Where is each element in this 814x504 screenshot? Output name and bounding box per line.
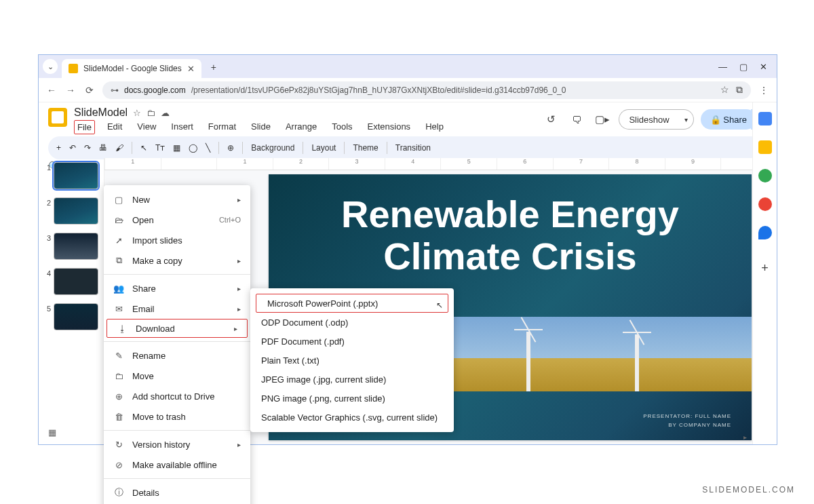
- theme-button[interactable]: Theme: [353, 143, 378, 153]
- shape-tool-icon[interactable]: ◯: [189, 143, 197, 153]
- menu-tools[interactable]: Tools: [329, 120, 355, 134]
- rename-icon: ✎: [113, 351, 124, 361]
- download-option[interactable]: Microsoft PowerPoint (.pptx): [256, 294, 448, 313]
- file-menu-move-to-trash[interactable]: 🗑Move to trash: [104, 406, 250, 427]
- layout-button[interactable]: Layout: [311, 143, 336, 153]
- maximize-button[interactable]: ▢: [739, 62, 748, 72]
- slide-thumb-2[interactable]: [54, 197, 98, 225]
- forward-button[interactable]: →: [64, 85, 77, 96]
- file-menu-version-history[interactable]: ↻Version history▸: [104, 434, 250, 454]
- menu-slide[interactable]: Slide: [248, 120, 273, 134]
- add-slide-button[interactable]: +: [56, 143, 61, 153]
- close-window-button[interactable]: ✕: [760, 62, 767, 72]
- transition-button[interactable]: Transition: [395, 143, 431, 153]
- download-option[interactable]: PNG image (.png, current slide): [250, 389, 454, 408]
- file-menu-move[interactable]: 🗀Move: [104, 366, 250, 386]
- browser-menu-button[interactable]: ⋮: [758, 85, 770, 96]
- comments-icon[interactable]: 🗨: [567, 110, 586, 129]
- favicon-icon: [69, 64, 78, 73]
- make-a-copy-icon: ⧉: [113, 255, 124, 266]
- menu-insert[interactable]: Insert: [168, 120, 196, 134]
- slide-thumb-3[interactable]: [54, 233, 98, 260]
- addons-button[interactable]: +: [761, 261, 769, 275]
- background-button[interactable]: Background: [251, 143, 294, 153]
- keep-icon[interactable]: [758, 140, 772, 154]
- bookmark-icon[interactable]: ☆: [720, 84, 729, 96]
- file-menu-new[interactable]: ▢New▸: [104, 189, 250, 210]
- slides-logo-icon[interactable]: [48, 108, 67, 127]
- menu-file[interactable]: File: [74, 120, 95, 134]
- close-tab-icon[interactable]: ✕: [187, 64, 195, 74]
- back-button[interactable]: ←: [45, 85, 58, 96]
- minimize-button[interactable]: —: [718, 62, 727, 72]
- submenu-arrow-icon: ▸: [237, 196, 241, 203]
- download-option[interactable]: JPEG image (.jpg, current slide): [250, 370, 454, 389]
- download-option[interactable]: PDF Document (.pdf): [250, 332, 454, 351]
- menu-help[interactable]: Help: [423, 120, 446, 134]
- cloud-status-icon[interactable]: ☁: [161, 108, 170, 118]
- file-menu-download[interactable]: ⭳Download▸: [106, 319, 248, 338]
- meet-icon[interactable]: ▢▸: [593, 110, 612, 129]
- address-bar[interactable]: ⊶ docs.google.com/presentation/d/1tsvUPG…: [102, 81, 751, 99]
- calendar-icon[interactable]: [758, 112, 772, 125]
- file-menu-make-a-copy[interactable]: ⧉Make a copy▸: [104, 250, 250, 271]
- contacts-icon[interactable]: [758, 197, 772, 211]
- move-to-trash-icon: 🗑: [113, 412, 124, 422]
- reload-button[interactable]: ⟳: [83, 85, 96, 96]
- scroll-right-icon[interactable]: ▸: [740, 433, 750, 440]
- history-icon[interactable]: ↺: [541, 110, 560, 129]
- site-info-icon[interactable]: ⊶: [111, 85, 119, 95]
- new-tab-button[interactable]: +: [206, 59, 222, 75]
- document-title[interactable]: SlideModel: [74, 106, 128, 119]
- tasks-icon[interactable]: [758, 169, 772, 182]
- slide-title-line2: Climate Crisis: [383, 235, 637, 277]
- slideshow-dropdown[interactable]: ▾: [679, 109, 694, 130]
- share-button[interactable]: 🔒 Share: [701, 109, 756, 130]
- file-menu-make-available-offline[interactable]: ⊘Make available offline: [104, 454, 250, 475]
- menu-extensions[interactable]: Extensions: [365, 120, 414, 134]
- star-icon[interactable]: ☆: [133, 108, 141, 118]
- image-tool-icon[interactable]: ▦: [173, 143, 180, 153]
- extensions-icon[interactable]: ⧉: [736, 84, 743, 96]
- submenu-arrow-icon: ▸: [237, 305, 241, 313]
- make-available-offline-icon: ⊘: [113, 460, 124, 470]
- menu-arrange[interactable]: Arrange: [283, 120, 319, 134]
- tab-search-button[interactable]: ⌄: [43, 59, 58, 74]
- file-menu-import-slides[interactable]: ➚Import slides: [104, 230, 250, 250]
- address-row: ← → ⟳ ⊶ docs.google.com/presentation/d/1…: [39, 78, 777, 102]
- file-menu-share[interactable]: 👥Share▸: [104, 278, 250, 298]
- slide-panel: 1 2 3 4 5: [39, 158, 104, 444]
- download-option[interactable]: Scalable Vector Graphics (.svg, current …: [250, 408, 454, 427]
- file-menu-details[interactable]: ⓘDetails: [104, 482, 250, 503]
- menu-edit[interactable]: Edit: [104, 120, 125, 134]
- file-menu-email[interactable]: ✉Email▸: [104, 298, 250, 319]
- cursor-tool-icon[interactable]: ↖: [140, 143, 147, 153]
- slide-thumb-4[interactable]: [54, 268, 98, 295]
- slide-thumb-5[interactable]: [54, 303, 98, 330]
- textbox-tool-icon[interactable]: Tᴛ: [155, 143, 165, 153]
- browser-tab[interactable]: SlideModel - Google Slides ✕: [62, 59, 201, 78]
- grid-view-icon[interactable]: ▦: [48, 427, 56, 438]
- maps-icon[interactable]: [758, 226, 772, 239]
- app-header: SlideModel ☆ 🗀 ☁ File Edit View Insert F…: [39, 102, 777, 134]
- slide-thumb-1[interactable]: [54, 162, 98, 189]
- download-option[interactable]: ODP Document (.odp): [250, 313, 454, 332]
- import-slides-icon: ➚: [113, 235, 124, 246]
- file-menu-add-shortcut-to-drive[interactable]: ⊕Add shortcut to Drive: [104, 386, 250, 406]
- print-button[interactable]: 🖶: [99, 143, 107, 153]
- undo-button[interactable]: ↶: [69, 143, 76, 153]
- slideshow-button[interactable]: Slideshow: [619, 109, 678, 130]
- download-option[interactable]: Plain Text (.txt): [250, 351, 454, 370]
- file-menu-rename[interactable]: ✎Rename: [104, 345, 250, 366]
- line-tool-icon[interactable]: ╲: [206, 143, 210, 153]
- redo-button[interactable]: ↷: [84, 143, 91, 153]
- menu-view[interactable]: View: [134, 120, 159, 134]
- paint-format-button[interactable]: 🖌: [115, 143, 123, 153]
- move-icon[interactable]: 🗀: [147, 108, 155, 118]
- file-menu-open[interactable]: 🗁OpenCtrl+O: [104, 210, 250, 230]
- menu-format[interactable]: Format: [206, 120, 239, 134]
- side-panel: +: [752, 102, 777, 444]
- comment-add-icon[interactable]: ⊕: [227, 143, 234, 153]
- file-menu-dropdown: ▢New▸🗁OpenCtrl+O➚Import slides⧉Make a co…: [104, 185, 250, 504]
- slide-title-line1: Renewable Energy: [341, 193, 679, 235]
